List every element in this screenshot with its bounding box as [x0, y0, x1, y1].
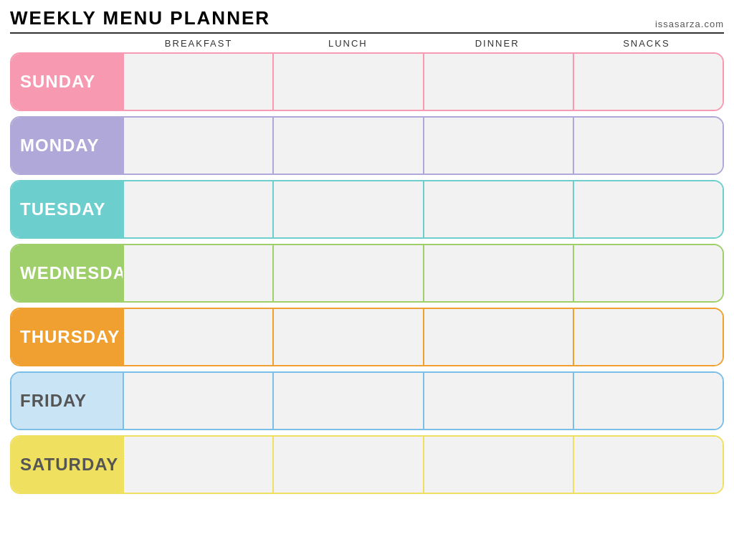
col-dinner: Dinner	[423, 38, 572, 49]
days-container: SundayMondayTuesdayWednesdayThursdayFrid…	[10, 52, 724, 494]
page-container: Weekly Menu Planner issasarza.com Breakf…	[10, 7, 724, 494]
cell-saturday-breakfast[interactable]	[123, 437, 272, 493]
day-row-monday: Monday	[10, 116, 724, 175]
cell-saturday-snacks[interactable]	[573, 437, 723, 493]
col-breakfast: Breakfast	[124, 38, 273, 49]
cell-friday-snacks[interactable]	[573, 373, 723, 429]
day-row-thursday: Thursday	[10, 308, 724, 366]
cell-thursday-lunch[interactable]	[272, 309, 422, 365]
cell-thursday-dinner[interactable]	[423, 309, 573, 365]
cell-thursday-snacks[interactable]	[573, 309, 723, 365]
day-label-wednesday: Wednesday	[11, 245, 123, 301]
cell-tuesday-snacks[interactable]	[573, 181, 723, 237]
cell-thursday-breakfast[interactable]	[123, 309, 272, 365]
cell-tuesday-dinner[interactable]	[423, 181, 573, 237]
cell-wednesday-snacks[interactable]	[573, 245, 723, 301]
cell-saturday-lunch[interactable]	[272, 437, 422, 493]
cell-wednesday-dinner[interactable]	[423, 245, 573, 301]
cell-sunday-breakfast[interactable]	[123, 54, 272, 110]
day-label-saturday: Saturday	[11, 437, 123, 493]
col-lunch: Lunch	[273, 38, 422, 49]
column-headers: Breakfast Lunch Dinner Snacks	[10, 38, 724, 49]
cell-friday-lunch[interactable]	[272, 373, 422, 429]
cell-wednesday-breakfast[interactable]	[123, 245, 272, 301]
day-label-monday: Monday	[11, 118, 123, 174]
day-row-friday: Friday	[10, 371, 724, 430]
cell-friday-breakfast[interactable]	[123, 373, 272, 429]
cell-tuesday-breakfast[interactable]	[123, 181, 272, 237]
cell-friday-dinner[interactable]	[423, 373, 573, 429]
day-row-saturday: Saturday	[10, 435, 724, 494]
day-label-friday: Friday	[11, 373, 123, 429]
cell-monday-snacks[interactable]	[573, 118, 723, 174]
day-row-wednesday: Wednesday	[10, 244, 724, 303]
cell-sunday-snacks[interactable]	[573, 54, 723, 110]
day-label-tuesday: Tuesday	[11, 181, 123, 237]
day-label-sunday: Sunday	[11, 54, 123, 110]
day-row-sunday: Sunday	[10, 52, 724, 111]
col-snacks: Snacks	[572, 38, 721, 49]
page-header: Weekly Menu Planner issasarza.com	[10, 7, 724, 34]
website-label: issasarza.com	[655, 19, 724, 29]
cell-sunday-dinner[interactable]	[423, 54, 573, 110]
cell-tuesday-lunch[interactable]	[272, 181, 422, 237]
cell-monday-breakfast[interactable]	[123, 118, 272, 174]
day-row-tuesday: Tuesday	[10, 180, 724, 239]
col-spacer	[13, 38, 124, 49]
day-label-thursday: Thursday	[11, 309, 123, 365]
cell-wednesday-lunch[interactable]	[272, 245, 422, 301]
cell-monday-lunch[interactable]	[272, 118, 422, 174]
cell-saturday-dinner[interactable]	[423, 437, 573, 493]
cell-sunday-lunch[interactable]	[272, 54, 422, 110]
cell-monday-dinner[interactable]	[423, 118, 573, 174]
page-title: Weekly Menu Planner	[10, 7, 270, 29]
